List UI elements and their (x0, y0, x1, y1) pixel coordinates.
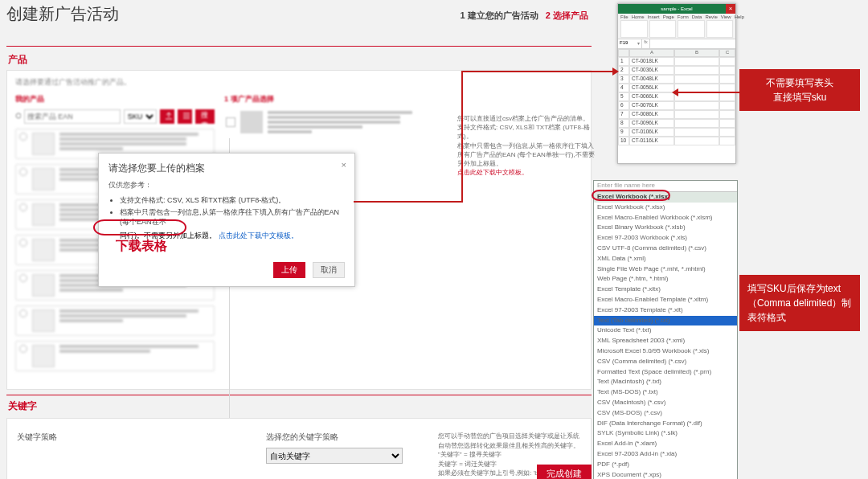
excel-ribbon-tab[interactable]: Page (663, 14, 674, 19)
cell[interactable] (719, 110, 735, 119)
filetype-option[interactable]: PDF (*.pdf) (594, 460, 737, 470)
row-number[interactable]: 5 (618, 92, 629, 101)
filetype-option[interactable]: Excel 97-2003 Workbook (*.xls) (594, 233, 737, 244)
cell[interactable] (674, 137, 719, 145)
excel-ribbon-tab[interactable]: Data (692, 14, 702, 19)
product-card[interactable] (15, 305, 215, 336)
filetype-option[interactable]: XPS Document (*.xps) (594, 470, 737, 479)
excel-ribbon-tab[interactable]: Insert (648, 14, 660, 19)
cell[interactable]: CT-0096LK (629, 119, 674, 128)
filetype-option[interactable]: Microsoft Excel 5.0/95 Workbook (*.xls) (594, 346, 737, 357)
filetype-option[interactable]: SYLK (Symbolic Link) (*.slk) (594, 428, 737, 439)
cell[interactable] (674, 75, 719, 84)
filetype-option[interactable]: DIF (Data Interchange Format) (*.dif) (594, 419, 737, 429)
filetype-option[interactable]: Excel Binary Workbook (*.xlsb) (594, 223, 737, 233)
row-number[interactable]: 4 (618, 84, 629, 92)
download-template-link[interactable]: 点击此处下载中文模板。 (219, 231, 298, 240)
excel-ribbon-tab[interactable]: Help (735, 14, 744, 19)
excel-ribbon-tab[interactable]: Home (632, 14, 645, 19)
dialog-cancel-button[interactable]: 取消 (313, 262, 345, 278)
cell[interactable] (719, 66, 735, 75)
cell[interactable] (674, 110, 719, 119)
excel-ribbon-tab[interactable]: File (620, 14, 628, 19)
cell[interactable] (674, 101, 719, 110)
product-card[interactable] (15, 341, 215, 371)
row-number[interactable]: 1 (618, 57, 629, 66)
cell[interactable]: CT-0018LK (629, 57, 674, 66)
filetype-option[interactable]: Single File Web Page (*.mht, *.mhtml) (594, 264, 737, 275)
cell[interactable] (719, 57, 735, 66)
cell[interactable] (719, 128, 735, 137)
row-number[interactable]: 2 (618, 66, 629, 75)
filetype-option[interactable]: CSV (Macintosh) (*.csv) (594, 398, 737, 408)
filetype-option[interactable]: Text (Macintosh) (*.txt) (594, 377, 737, 387)
cell[interactable] (719, 101, 735, 110)
row-number[interactable]: 6 (618, 101, 629, 110)
selected-product[interactable] (224, 109, 427, 135)
cell[interactable] (719, 137, 735, 145)
filetype-option[interactable]: CSV (MS-DOS) (*.csv) (594, 408, 737, 419)
sku-select[interactable]: SKU (124, 109, 157, 124)
cell[interactable]: CT-0116LK (629, 137, 674, 145)
cell[interactable] (719, 75, 735, 84)
cell[interactable] (674, 84, 719, 92)
excel-ribbon-tab[interactable]: Form (678, 14, 689, 19)
checkbox-icon[interactable] (226, 117, 235, 127)
select-all-cell[interactable] (618, 49, 629, 57)
filetype-option[interactable]: Text (Tab delimited) (*.txt) (594, 316, 737, 326)
excel-ribbon-tab[interactable]: Revie (705, 14, 717, 19)
excel-close-icon[interactable]: × (726, 4, 735, 14)
cell[interactable] (719, 119, 735, 128)
cell[interactable]: CT-0048LK (629, 75, 674, 84)
filetype-option[interactable]: Excel Template (*.xltx) (594, 285, 737, 295)
cell[interactable]: CT-0106LK (629, 128, 674, 137)
row-number[interactable]: 7 (618, 110, 629, 119)
row-number[interactable]: 3 (618, 75, 629, 84)
filetype-option[interactable]: Excel Macro-Enabled Template (*.xltm) (594, 295, 737, 305)
filetype-option[interactable]: Web Page (*.htm, *.html) (594, 274, 737, 285)
cell[interactable] (719, 84, 735, 92)
filetype-option[interactable]: XML Data (*.xml) (594, 254, 737, 264)
cell[interactable]: CT-0076LK (629, 101, 674, 110)
product-search-input[interactable] (24, 109, 121, 124)
dialog-close-icon[interactable]: × (342, 160, 346, 170)
cell[interactable] (719, 92, 735, 101)
excel-namebox[interactable]: F19▾ (618, 39, 642, 48)
secondary-button[interactable] (178, 109, 192, 124)
filetype-option[interactable]: XML Spreadsheet 2003 (*.xml) (594, 336, 737, 346)
filetype-option[interactable]: Text (MS-DOS) (*.txt) (594, 387, 737, 398)
filetype-option[interactable]: Excel Workbook (*.xlsx) (594, 203, 737, 213)
col-header-b[interactable]: B (674, 49, 719, 57)
col-header-a[interactable]: A (629, 49, 674, 57)
filetype-option[interactable]: CSV (Comma delimited) (*.csv) (594, 357, 737, 367)
cell[interactable] (674, 57, 719, 66)
filetype-option[interactable]: Formatted Text (Space delimited) (*.prn) (594, 367, 737, 378)
filetype-option[interactable]: Excel 97-2003 Add-in (*.xla) (594, 449, 737, 460)
cell[interactable]: CT-0036LK (629, 66, 674, 75)
cell[interactable] (674, 92, 719, 101)
cell[interactable] (674, 119, 719, 128)
cell[interactable]: CT-0066LK (629, 92, 674, 101)
row-number[interactable]: 10 (618, 137, 629, 145)
finish-create-button[interactable]: 完成创建 (537, 465, 592, 479)
filetype-option[interactable]: CSV UTF-8 (Comma delimited) (*.csv) (594, 244, 737, 254)
row-number[interactable]: 8 (618, 119, 629, 128)
row-number[interactable]: 9 (618, 128, 629, 137)
search-button[interactable]: 搜索 (195, 109, 215, 124)
cell[interactable]: CT-0086LK (629, 110, 674, 119)
filetype-option[interactable]: Unicode Text (*.txt) (594, 325, 737, 336)
filetype-option[interactable]: Excel 97-2003 Template (*.xlt) (594, 305, 737, 316)
excel-ribbon-tab[interactable]: View (721, 14, 731, 19)
saveas-filename-input[interactable]: Enter file name here (594, 181, 737, 192)
filetype-option[interactable]: Excel Workbook (*.xlsx) (594, 192, 737, 203)
filetype-option[interactable]: Excel Macro-Enabled Workbook (*.xlsm) (594, 213, 737, 223)
kw-strategy-select[interactable]: 自动关键字 (266, 448, 403, 464)
col-header-c[interactable]: C (719, 49, 735, 57)
filetype-option[interactable]: Excel Add-in (*.xlam) (594, 439, 737, 449)
cell[interactable] (674, 66, 719, 75)
dialog-upload-button[interactable]: 上传 (273, 262, 305, 278)
cell[interactable]: CT-0056LK (629, 84, 674, 92)
cell[interactable] (674, 128, 719, 137)
upload-icon-button[interactable] (160, 109, 174, 124)
wizard-steps: 1 建立您的广告活动 2 选择产品 (460, 10, 588, 22)
